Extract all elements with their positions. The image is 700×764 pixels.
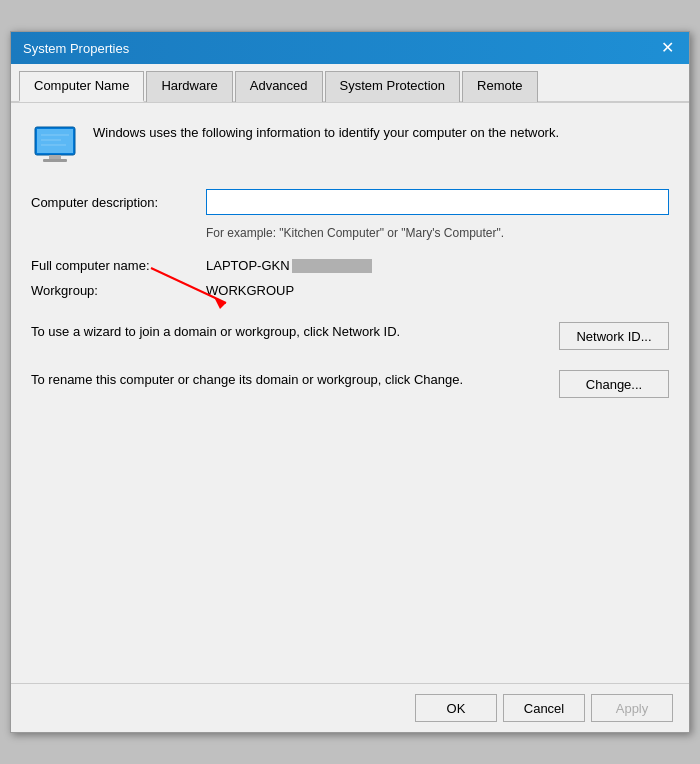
change-button[interactable]: Change... — [559, 370, 669, 398]
change-section: To rename this computer or change its do… — [31, 370, 669, 398]
system-properties-dialog: System Properties ✕ Computer Name Hardwa… — [10, 31, 690, 733]
computer-description-label: Computer description: — [31, 195, 206, 210]
tab-content: Windows uses the following information t… — [11, 103, 689, 683]
tab-remote[interactable]: Remote — [462, 71, 538, 102]
redacted-text — [292, 259, 372, 273]
cancel-button[interactable]: Cancel — [503, 694, 585, 722]
bottom-bar: OK Cancel Apply — [11, 683, 689, 732]
computer-icon — [31, 125, 79, 169]
tab-hardware[interactable]: Hardware — [146, 71, 232, 102]
info-section: Windows uses the following information t… — [31, 123, 669, 169]
info-description: Windows uses the following information t… — [93, 123, 559, 143]
window-title: System Properties — [23, 41, 129, 56]
full-computer-name-row: Full computer name: LAPTOP-GKN — [31, 258, 669, 274]
workgroup-row: Workgroup: WORKGROUP — [31, 283, 669, 298]
network-id-button[interactable]: Network ID... — [559, 322, 669, 350]
computer-description-input[interactable] — [206, 189, 669, 215]
network-id-text: To use a wizard to join a domain or work… — [31, 322, 549, 342]
tab-bar: Computer Name Hardware Advanced System P… — [11, 64, 689, 103]
change-text: To rename this computer or change its do… — [31, 370, 549, 390]
svg-rect-3 — [43, 159, 67, 162]
computer-description-hint: For example: "Kitchen Computer" or "Mary… — [206, 225, 669, 242]
network-id-section: To use a wizard to join a domain or work… — [31, 322, 669, 350]
close-button[interactable]: ✕ — [657, 38, 677, 58]
svg-rect-1 — [37, 129, 73, 153]
tab-advanced[interactable]: Advanced — [235, 71, 323, 102]
apply-button[interactable]: Apply — [591, 694, 673, 722]
tab-computer-name[interactable]: Computer Name — [19, 71, 144, 102]
svg-rect-2 — [49, 155, 61, 159]
title-bar: System Properties ✕ — [11, 32, 689, 64]
svg-marker-8 — [214, 297, 226, 309]
computer-description-row: Computer description: — [31, 189, 669, 215]
ok-button[interactable]: OK — [415, 694, 497, 722]
red-arrow-annotation — [146, 263, 246, 313]
tab-system-protection[interactable]: System Protection — [325, 71, 461, 102]
